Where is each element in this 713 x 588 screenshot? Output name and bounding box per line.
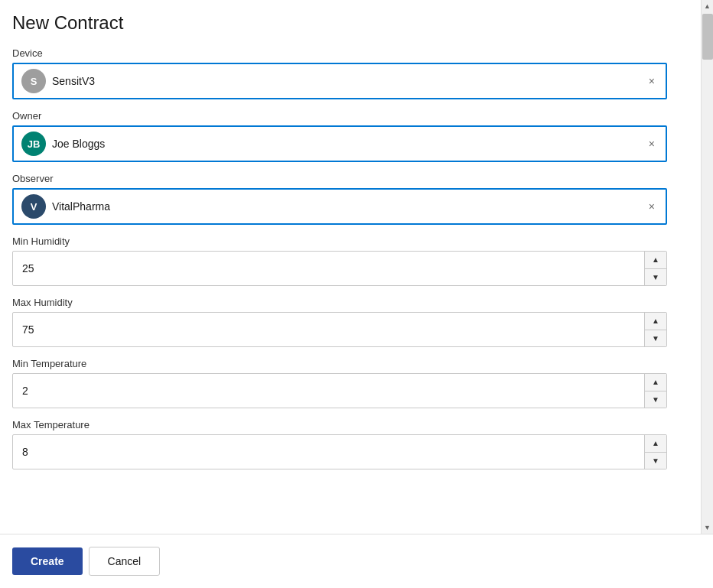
device-avatar: S xyxy=(21,69,46,93)
min-temperature-decrement[interactable]: ▼ xyxy=(645,391,666,408)
observer-avatar: V xyxy=(21,194,46,219)
min-humidity-field-group: Min Humidity ▲ ▼ xyxy=(12,236,685,286)
max-temperature-field-group: Max Temperature ▲ ▼ xyxy=(12,419,685,469)
min-temperature-label: Min Temperature xyxy=(12,358,685,369)
min-temperature-spinner: ▲ ▼ xyxy=(644,374,666,408)
max-temperature-container: ▲ ▼ xyxy=(12,434,667,469)
min-humidity-spinner: ▲ ▼ xyxy=(644,252,666,285)
observer-tag-input[interactable]: V VitalPharma × xyxy=(12,188,667,225)
owner-remove-button[interactable]: × xyxy=(646,137,658,151)
max-humidity-field-group: Max Humidity ▲ ▼ xyxy=(12,297,685,347)
device-label: Device xyxy=(12,47,685,59)
max-temperature-input[interactable] xyxy=(13,440,644,464)
owner-avatar: JB xyxy=(21,132,46,156)
owner-field-group: Owner JB Joe Bloggs × xyxy=(12,110,685,162)
min-temperature-container: ▲ ▼ xyxy=(12,373,667,408)
observer-remove-button[interactable]: × xyxy=(646,200,658,213)
max-temperature-increment[interactable]: ▲ xyxy=(645,435,666,453)
max-temperature-decrement[interactable]: ▼ xyxy=(645,453,666,469)
observer-tag-text: VitalPharma xyxy=(52,200,640,213)
max-temperature-spinner: ▲ ▼ xyxy=(644,435,666,469)
max-humidity-input[interactable] xyxy=(13,317,644,342)
min-humidity-container: ▲ ▼ xyxy=(12,251,667,286)
max-humidity-decrement[interactable]: ▼ xyxy=(645,330,666,347)
owner-tag-input[interactable]: JB Joe Bloggs × xyxy=(12,125,667,162)
device-field-group: Device S SensitV3 × xyxy=(12,47,685,99)
min-temperature-increment[interactable]: ▲ xyxy=(645,374,666,391)
scroll-up-arrow[interactable]: ▲ xyxy=(702,0,714,12)
device-remove-button[interactable]: × xyxy=(646,74,658,88)
cancel-button[interactable]: Cancel xyxy=(89,547,161,576)
max-humidity-label: Max Humidity xyxy=(12,297,685,308)
device-tag-input[interactable]: S SensitV3 × xyxy=(12,63,667,99)
footer-buttons: Create Cancel xyxy=(0,534,713,588)
page-title: New Contract xyxy=(12,12,685,34)
max-humidity-increment[interactable]: ▲ xyxy=(645,313,666,330)
min-humidity-increment[interactable]: ▲ xyxy=(645,252,666,269)
observer-field-group: Observer V VitalPharma × xyxy=(12,173,685,225)
owner-tag-text: Joe Bloggs xyxy=(52,138,640,150)
max-humidity-spinner: ▲ ▼ xyxy=(644,313,666,346)
main-content: New Contract Device S SensitV3 × Owner J… xyxy=(0,0,701,534)
min-humidity-input[interactable] xyxy=(13,256,644,281)
scroll-down-arrow[interactable]: ▼ xyxy=(702,521,714,534)
max-humidity-container: ▲ ▼ xyxy=(12,312,667,347)
min-humidity-label: Min Humidity xyxy=(12,236,685,247)
scrollbar[interactable]: ▲ ▼ xyxy=(701,0,713,534)
create-button[interactable]: Create xyxy=(12,547,83,575)
device-tag-text: SensitV3 xyxy=(52,75,640,87)
min-humidity-decrement[interactable]: ▼ xyxy=(645,269,666,286)
min-temperature-field-group: Min Temperature ▲ ▼ xyxy=(12,358,685,408)
max-temperature-label: Max Temperature xyxy=(12,419,685,430)
observer-label: Observer xyxy=(12,173,685,184)
scroll-thumb[interactable] xyxy=(702,14,713,60)
min-temperature-input[interactable] xyxy=(13,378,644,403)
owner-label: Owner xyxy=(12,110,685,122)
